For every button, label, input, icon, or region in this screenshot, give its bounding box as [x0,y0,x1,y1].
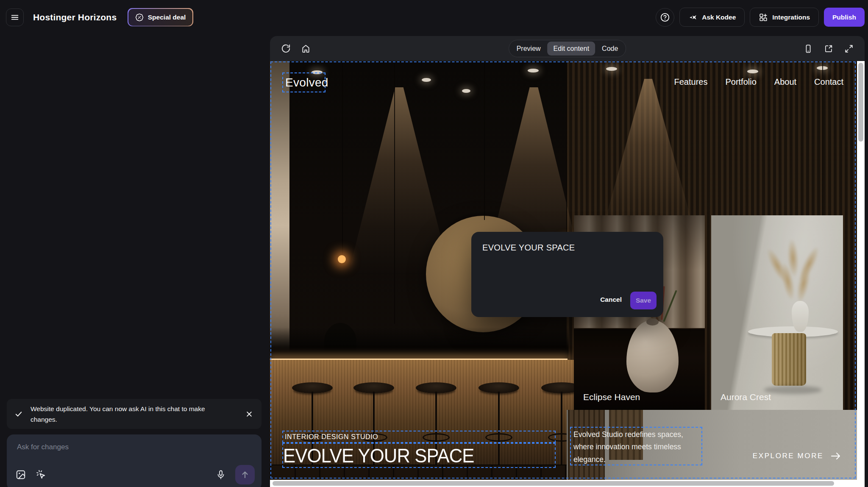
vertical-scrollbar-thumb[interactable] [858,63,863,142]
mic-icon [216,470,226,480]
explore-more-link[interactable]: EXPLORE MORE [753,451,841,461]
check-icon [14,410,23,418]
notification-toast: Website duplicated. You can now ask AI i… [7,399,262,429]
special-deal-badge[interactable]: Special deal [128,8,193,26]
site-logo: Evolved [285,76,328,89]
notification-text: Website duplicated. You can now ask AI i… [31,404,213,425]
vertical-scrollbar[interactable] [857,61,865,480]
app-title: Hostinger Horizons [33,12,117,22]
integrations-button[interactable]: Integrations [750,8,819,27]
mobile-icon [804,44,813,53]
explore-more-label: EXPLORE MORE [753,452,823,460]
nav-link-contact[interactable]: Contact [814,77,843,87]
nav-link-portfolio[interactable]: Portfolio [725,77,756,87]
eyebrow-selection[interactable]: INTERIOR DESIGN STUDIO [282,431,556,443]
edit-text-field[interactable]: EVOLVE YOUR SPACE [482,243,652,253]
chat-input-card [7,434,262,487]
menu-icon [10,13,19,22]
help-icon [660,12,670,22]
kodee-icon [688,13,698,22]
card-title: Eclipse Haven [583,392,640,402]
integrations-label: Integrations [772,14,810,21]
mic-button[interactable] [216,470,226,480]
nav-link-features[interactable]: Features [674,77,707,87]
card-aurora-crest[interactable]: Aurora Crest [711,215,843,410]
site-logo-selection[interactable]: Evolved [282,72,326,92]
menu-button[interactable] [6,8,24,26]
refresh-icon [281,44,291,53]
fullscreen-icon [844,44,854,53]
pendant-light [342,61,343,255]
send-button[interactable] [235,465,255,484]
special-deal-label: Special deal [148,14,186,21]
mobile-view-button[interactable] [804,44,813,53]
edit-text-dialog: EVOLVE YOUR SPACE Cancel Save [471,232,663,317]
cancel-button[interactable]: Cancel [600,296,622,303]
image-icon [15,469,26,480]
card-title: Aurora Crest [721,392,771,402]
cursor-click-icon [36,469,47,480]
site-eyebrow: INTERIOR DESIGN STUDIO [285,433,378,441]
home-icon [301,44,311,53]
publish-button[interactable]: Publish [824,8,865,27]
send-arrow-icon [240,470,250,480]
open-external-button[interactable] [824,44,833,53]
integrations-icon [759,13,768,22]
badge-percent-icon [135,13,144,22]
site-nav: Features Portfolio About Contact [674,77,843,87]
attach-image-button[interactable] [15,469,26,480]
ask-kodee-label: Ask Kodee [702,14,736,21]
save-button[interactable]: Save [630,292,657,309]
refresh-button[interactable] [281,44,291,53]
select-element-button[interactable] [36,469,47,480]
site-headline: EVOLVE YOUR SPACE [283,444,474,467]
open-external-icon [824,44,833,53]
horizontal-scrollbar[interactable] [270,480,865,487]
app-root: Hostinger Horizons Special deal Ask Kode… [0,0,868,487]
site-viewport: Eclipse Haven Aurora Crest Evolved [270,61,857,480]
home-button[interactable] [301,44,311,53]
app-header: Hostinger Horizons Special deal Ask Kode… [0,0,868,34]
view-mode-tabs: Preview Edit content Code [509,40,626,57]
horizontal-scrollbar-thumb[interactable] [273,481,834,486]
ask-kodee-button[interactable]: Ask Kodee [679,8,745,27]
chat-input-field[interactable] [17,443,251,462]
preview-window: Preview Edit content Code [270,36,865,487]
help-button[interactable] [656,8,674,27]
tab-preview[interactable]: Preview [511,42,547,56]
nav-link-about[interactable]: About [774,77,796,87]
description-selection[interactable]: Evolved Studio redefines spaces, where i… [570,427,702,465]
preview-toolbar: Preview Edit content Code [270,36,865,61]
notification-close-button[interactable] [245,410,253,418]
site-description: Evolved Studio redefines spaces, where i… [573,429,699,466]
tab-edit-content[interactable]: Edit content [548,42,595,56]
headline-selection[interactable]: EVOLVE YOUR SPACE [282,443,556,468]
tab-code[interactable]: Code [596,42,624,56]
fullscreen-button[interactable] [844,44,854,53]
arrow-right-icon [830,451,841,461]
close-icon [245,410,253,418]
